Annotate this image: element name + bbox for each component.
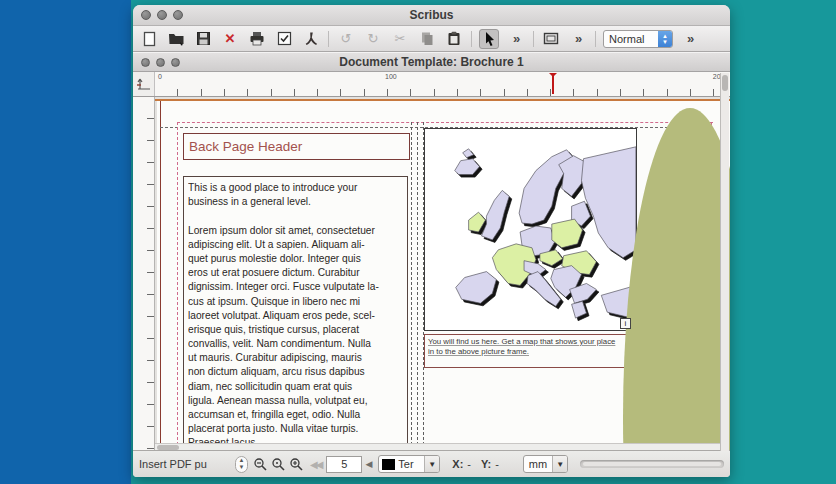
unit-value: mm: [524, 458, 552, 470]
zoom-100-button[interactable]: [270, 456, 286, 472]
chevron-down-icon: ▼: [428, 460, 436, 469]
zoom-level-stepper[interactable]: ▲ ▼: [235, 456, 248, 473]
layer-name: Ter: [398, 458, 424, 470]
body-text-line: placerat porta justo. Nulla vitae turpis…: [188, 422, 405, 436]
body-text-frame[interactable]: This is a good place to introduce yourbu…: [183, 176, 408, 448]
body-text-line: ut mauris. Curabitur adipiscing, mauris: [188, 351, 405, 365]
layer-color-swatch: [382, 459, 395, 470]
body-text-line: Lorem ipsum dolor sit amet, consectetuer: [188, 224, 405, 238]
statusbar-scrollbar[interactable]: [580, 460, 724, 468]
header-text-frame[interactable]: Back Page Header: [183, 133, 410, 160]
caption-text-frame[interactable]: You will find us here. Get a map that sh…: [424, 334, 636, 368]
next-page-icon: ◀: [365, 459, 372, 469]
insert-frame-tool-button[interactable]: [541, 29, 561, 49]
body-text-line: cus at ipsum. Quisque in libero nec mi: [188, 295, 405, 309]
close-x-icon: ✕: [225, 32, 236, 45]
zoom-out-icon: [253, 457, 267, 471]
toolbar-separator: [328, 31, 329, 47]
redo-icon: ↻: [368, 32, 379, 45]
open-document-button[interactable]: [166, 29, 186, 49]
statusbar-hint: Insert PDF pu: [139, 458, 235, 470]
body-text-line: dignissim. Integer orci. Fusce vulputate…: [188, 280, 405, 294]
checkbox-check-icon: [277, 31, 292, 46]
ruler-label: 0: [158, 73, 162, 80]
app-titlebar: Scribus: [133, 5, 730, 26]
save-as-pdf-button[interactable]: [301, 29, 321, 49]
toolbar-separator: [533, 31, 534, 47]
page-number-input[interactable]: 5: [326, 456, 362, 473]
annotation-badge-label: i: [625, 319, 627, 328]
document-title: Document Template: Brochure 1: [133, 55, 730, 69]
select-stepper-icon: ▲▼: [658, 30, 672, 48]
close-document-button[interactable]: ✕: [220, 29, 240, 49]
first-page-button[interactable]: ◀◀: [310, 459, 321, 470]
page-left-bleed-line: [160, 101, 161, 445]
copy-button[interactable]: [417, 29, 437, 49]
toolbar-more-frames-button[interactable]: »: [568, 29, 588, 49]
cursor-position-marker: [552, 74, 554, 94]
stepper-down-icon: ▼: [239, 464, 245, 471]
vertical-ruler: [133, 97, 155, 450]
hscroll-thumb[interactable]: [157, 445, 179, 450]
annotation-badge[interactable]: i: [620, 318, 631, 329]
document-titlebar: Document Template: Brochure 1: [133, 52, 730, 72]
redo-button[interactable]: ↻: [363, 29, 383, 49]
ruler-origin-icon: [136, 76, 152, 92]
toolbar-more-tools-button[interactable]: »: [506, 29, 526, 49]
body-text-line: accumsan et, fringilla eget, odio. Nulla: [188, 408, 405, 422]
body-text-line: eros ut erat posuere dictum. Curabitur: [188, 266, 405, 280]
paste-button[interactable]: [444, 29, 464, 49]
select-item-tool-button[interactable]: [479, 29, 499, 49]
unit-selector[interactable]: mm ▼: [523, 455, 568, 473]
select-arrow-icon: [483, 31, 496, 47]
header-text: Back Page Header: [189, 139, 302, 154]
canvas-vertical-scrollbar[interactable]: [720, 73, 729, 451]
vscroll-thumb[interactable]: [722, 75, 728, 91]
europe-map-image: [425, 129, 636, 330]
document-canvas[interactable]: Back Page Header This is a good place to…: [133, 97, 730, 450]
unit-dropdown-button[interactable]: ▼: [552, 455, 567, 473]
main-toolbar: ✕ ↺ ↻ ✂: [133, 26, 730, 52]
next-page-button[interactable]: ◀: [365, 459, 372, 469]
body-text-line: [188, 209, 405, 223]
x-label: X:: [452, 458, 463, 470]
layer-dropdown-button[interactable]: ▼: [424, 455, 439, 473]
open-folder-icon: [168, 31, 185, 46]
scribus-app-window: Scribus ✕: [133, 5, 730, 477]
copy-icon: [420, 31, 434, 46]
ruler-label: 100: [385, 73, 397, 80]
body-text-line: erisque quis, tristique cursus, placerat: [188, 323, 405, 337]
zoom-out-button[interactable]: [252, 456, 268, 472]
body-text-line: This is a good place to introduce your: [188, 181, 405, 195]
margin-guide-left: [177, 122, 178, 445]
caption-line: You will find us here. Get a map that sh…: [428, 337, 632, 347]
scrollbar-groove: [583, 462, 721, 466]
toolbar-overflow-button[interactable]: »: [680, 29, 700, 49]
cut-button[interactable]: ✂: [390, 29, 410, 49]
ruler-origin-corner[interactable]: [133, 72, 155, 96]
chevron-more-icon: »: [687, 31, 693, 46]
new-document-icon: [142, 31, 157, 47]
chevron-more-icon: »: [513, 31, 519, 46]
printer-icon: [249, 31, 265, 46]
new-document-button[interactable]: [139, 29, 159, 49]
zoom-in-button[interactable]: [288, 456, 304, 472]
save-document-button[interactable]: [193, 29, 213, 49]
preflight-verifier-button[interactable]: [274, 29, 294, 49]
chevron-down-icon: ▼: [556, 460, 564, 469]
body-text-line: laoreet volutpat. Aliquam eros pede, sce…: [188, 309, 405, 323]
map-image-frame[interactable]: [424, 128, 637, 331]
body-text-line: business in a general level.: [188, 195, 405, 209]
view-mode-value: Normal: [604, 33, 658, 45]
margin-guide-top: [177, 122, 713, 123]
undo-button[interactable]: ↺: [336, 29, 356, 49]
view-mode-select[interactable]: Normal ▲▼: [603, 30, 673, 48]
stepper-up-icon: ▲: [239, 457, 245, 464]
column-guide: [411, 122, 412, 445]
toolbar-separator: [471, 31, 472, 47]
undo-icon: ↺: [341, 32, 352, 45]
body-text-line: non dictum aliquam, arcu risus dapibus: [188, 365, 405, 379]
print-document-button[interactable]: [247, 29, 267, 49]
layer-selector[interactable]: Ter ▼: [378, 455, 440, 473]
canvas-horizontal-scrollbar[interactable]: [155, 443, 721, 450]
